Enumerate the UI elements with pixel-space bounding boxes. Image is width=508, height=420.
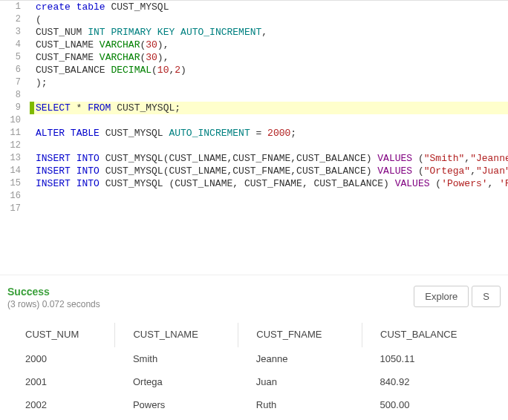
line-number: 15 xyxy=(0,177,30,190)
line-number: 5 xyxy=(0,51,30,64)
code-line[interactable]: 14INSERT INTO CUST_MYSQL(CUST_LNAME,CUST… xyxy=(0,165,508,177)
line-content[interactable]: CUST_BALANCE DECIMAL(10,2) xyxy=(34,64,508,76)
code-line[interactable]: 4CUST_LNAME VARCHAR(30), xyxy=(0,39,508,51)
code-line[interactable]: 1create table CUST_MYSQL xyxy=(0,1,508,13)
line-content[interactable]: INSERT INTO CUST_MYSQL(CUST_LNAME,CUST_F… xyxy=(34,152,508,165)
status-success: Success xyxy=(7,286,100,298)
column-header[interactable]: CUST_LNAME xyxy=(115,323,238,347)
code-line[interactable]: 12 xyxy=(0,140,508,152)
line-content[interactable]: create table CUST_MYSQL xyxy=(34,1,508,13)
status-meta: (3 rows) 0.072 seconds xyxy=(7,299,100,309)
line-content[interactable] xyxy=(34,190,508,203)
code-line[interactable]: 6CUST_BALANCE DECIMAL(10,2) xyxy=(0,64,508,76)
table-cell: Ortega xyxy=(115,370,238,393)
column-header[interactable]: CUST_FNAME xyxy=(238,323,362,347)
results-table: CUST_NUMCUST_LNAMECUST_FNAMECUST_BALANCE… xyxy=(7,323,501,416)
code-line[interactable]: 17 xyxy=(0,203,508,215)
table-cell: 2002 xyxy=(7,393,115,416)
line-number: 17 xyxy=(0,203,30,215)
table-cell: Juan xyxy=(238,370,362,393)
table-cell: 840.92 xyxy=(362,370,501,393)
line-number: 2 xyxy=(0,13,30,26)
table-cell: Ruth xyxy=(238,393,362,416)
code-line[interactable]: 9SELECT * FROM CUST_MYSQL; xyxy=(0,102,508,114)
line-content[interactable] xyxy=(34,203,508,215)
code-line[interactable]: 10 xyxy=(0,114,508,127)
line-content[interactable] xyxy=(34,140,508,152)
code-line[interactable]: 5CUST_FNAME VARCHAR(30), xyxy=(0,51,508,64)
code-line[interactable]: 8 xyxy=(0,89,508,102)
line-content[interactable]: ( xyxy=(34,13,508,26)
code-line[interactable]: 16 xyxy=(0,190,508,203)
line-number: 11 xyxy=(0,127,30,140)
line-number: 9 xyxy=(0,102,30,114)
line-number: 6 xyxy=(0,64,30,76)
column-header[interactable]: CUST_NUM xyxy=(7,323,115,347)
line-number: 3 xyxy=(0,26,30,39)
table-cell: 1050.11 xyxy=(362,347,501,370)
line-content[interactable]: INSERT INTO CUST_MYSQL (CUST_LNAME, CUST… xyxy=(34,177,508,190)
settings-button[interactable]: S xyxy=(472,286,501,307)
code-line[interactable]: 3CUST_NUM INT PRIMARY KEY AUTO_INCREMENT… xyxy=(0,26,508,39)
explore-button[interactable]: Explore xyxy=(414,286,469,307)
status-row: Success (3 rows) 0.072 seconds Explore S xyxy=(7,286,501,309)
table-header-row: CUST_NUMCUST_LNAMECUST_FNAMECUST_BALANCE xyxy=(7,323,501,347)
line-content[interactable]: ALTER TABLE CUST_MYSQL AUTO_INCREMENT = … xyxy=(34,127,508,140)
line-content[interactable]: CUST_LNAME VARCHAR(30), xyxy=(34,39,508,51)
table-cell: 2000 xyxy=(7,347,115,370)
table-cell: 2001 xyxy=(7,370,115,393)
line-content[interactable] xyxy=(34,89,508,102)
line-content[interactable]: INSERT INTO CUST_MYSQL(CUST_LNAME,CUST_F… xyxy=(34,165,508,177)
results-panel: Success (3 rows) 0.072 seconds Explore S… xyxy=(0,275,508,420)
line-number: 13 xyxy=(0,152,30,165)
code-line[interactable]: 2( xyxy=(0,13,508,26)
table-cell: Smith xyxy=(115,347,238,370)
code-line[interactable]: 15INSERT INTO CUST_MYSQL (CUST_LNAME, CU… xyxy=(0,177,508,190)
line-content[interactable] xyxy=(34,114,508,127)
line-number: 8 xyxy=(0,89,30,102)
line-number: 1 xyxy=(0,1,30,13)
line-number: 7 xyxy=(0,76,30,89)
line-number: 10 xyxy=(0,114,30,127)
table-cell: Jeanne xyxy=(238,347,362,370)
line-number: 4 xyxy=(0,39,30,51)
table-row[interactable]: 2002PowersRuth500.00 xyxy=(7,393,501,416)
line-number: 16 xyxy=(0,190,30,203)
line-content[interactable]: SELECT * FROM CUST_MYSQL; xyxy=(34,102,508,114)
line-content[interactable]: CUST_FNAME VARCHAR(30), xyxy=(34,51,508,64)
line-content[interactable]: ); xyxy=(34,76,508,89)
column-header[interactable]: CUST_BALANCE xyxy=(362,323,501,347)
code-line[interactable]: 7); xyxy=(0,76,508,89)
table-row[interactable]: 2000SmithJeanne1050.11 xyxy=(7,347,501,370)
code-line[interactable]: 13INSERT INTO CUST_MYSQL(CUST_LNAME,CUST… xyxy=(0,152,508,165)
line-content[interactable]: CUST_NUM INT PRIMARY KEY AUTO_INCREMENT, xyxy=(34,26,508,39)
code-line[interactable]: 11ALTER TABLE CUST_MYSQL AUTO_INCREMENT … xyxy=(0,127,508,140)
table-cell: Powers xyxy=(115,393,238,416)
table-row[interactable]: 2001OrtegaJuan840.92 xyxy=(7,370,501,393)
line-number: 12 xyxy=(0,140,30,152)
line-number: 14 xyxy=(0,165,30,177)
code-editor[interactable]: 1create table CUST_MYSQL2(3CUST_NUM INT … xyxy=(0,0,508,215)
table-cell: 500.00 xyxy=(362,393,501,416)
